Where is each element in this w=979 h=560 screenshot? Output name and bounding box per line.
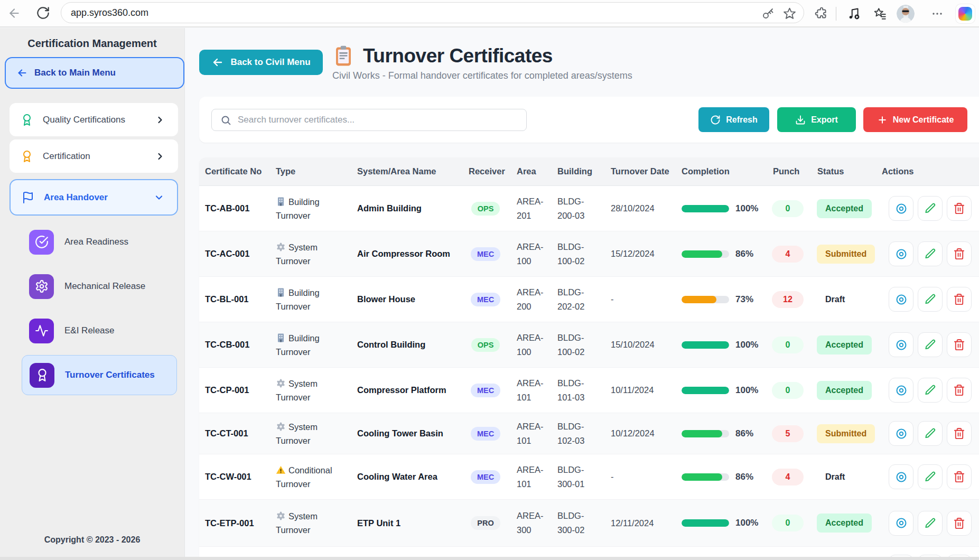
building-cell: BLDG-200-03 (557, 186, 606, 231)
progress-fill (682, 387, 729, 394)
view-button[interactable] (889, 332, 913, 357)
search-input[interactable] (238, 115, 526, 125)
chevron-right-icon (155, 115, 165, 125)
view-button[interactable] (889, 511, 913, 536)
column-actions: Actions (882, 157, 914, 185)
pencil-icon (924, 202, 936, 214)
status-cell: Accepted (817, 368, 891, 413)
sidebar-item-turnover-certificates[interactable]: Turnover Certificates (22, 355, 177, 395)
new-certificate-label: New Certificate (893, 115, 954, 125)
refresh-button[interactable]: Refresh (698, 107, 769, 132)
profile-avatar[interactable] (897, 5, 915, 23)
export-button[interactable]: Export (777, 107, 856, 132)
punch-count: 12 (772, 291, 804, 308)
url-text[interactable]: app.syros360.com (71, 7, 148, 18)
clipboard-icon (332, 45, 355, 67)
completion-percent: 73% (735, 294, 753, 305)
delete-button[interactable] (947, 196, 972, 221)
progress-fill (682, 341, 729, 349)
building-cell: BLDG-300-02 (557, 500, 606, 546)
view-button[interactable] (889, 287, 913, 312)
horizontal-scrollbar[interactable] (0, 557, 979, 560)
delete-button[interactable] (947, 378, 972, 403)
eye-icon (895, 202, 908, 215)
receiver-cell: PRO (470, 500, 501, 546)
export-label: Export (811, 115, 838, 125)
area-cell: AREA-100 (517, 322, 554, 367)
certificate-no: TC-AB-001 (205, 186, 274, 231)
view-button[interactable] (889, 241, 913, 266)
view-button[interactable] (889, 196, 913, 221)
eye-icon (895, 293, 908, 306)
progress-fill (682, 473, 722, 481)
edit-button[interactable] (918, 196, 943, 221)
receiver-badge: OPS (471, 338, 500, 352)
browser-reload-icon[interactable] (36, 6, 50, 20)
turnover-date: 15/12/2024 (611, 231, 678, 276)
area-cell: AREA-201 (517, 186, 554, 231)
delete-button[interactable] (947, 421, 972, 446)
building-cell: BLDG-100-02 (557, 322, 606, 367)
sidebar-title: Certification Management (0, 38, 184, 50)
completion-cell: 86% (682, 231, 774, 276)
copilot-icon[interactable] (955, 4, 975, 24)
address-bar[interactable]: app.syros360.com (61, 2, 804, 23)
favorites-list-icon[interactable] (873, 7, 887, 21)
edit-button[interactable] (918, 332, 943, 357)
pencil-icon (924, 427, 936, 440)
completion-percent: 100% (735, 340, 758, 350)
edit-button[interactable] (918, 287, 943, 312)
edit-button[interactable] (918, 378, 943, 403)
delete-button[interactable] (947, 511, 972, 536)
media-controls-icon[interactable] (847, 7, 861, 21)
edit-button[interactable] (918, 464, 943, 489)
sidebar: Certification Management Back to Main Me… (0, 28, 185, 560)
sidebar-item-label: Area Readiness (64, 237, 128, 247)
settings-more-icon[interactable] (931, 7, 944, 20)
sidebar-item-ei-release[interactable]: E&I Release (22, 311, 177, 351)
table-row: TC-CB-001Building TurnoverControl Buildi… (199, 322, 979, 368)
favorite-star-icon[interactable] (783, 7, 796, 20)
edit-button[interactable] (918, 511, 943, 536)
extensions-puzzle-icon[interactable] (815, 7, 828, 21)
edit-button[interactable] (918, 241, 943, 266)
type-cell: Building Turnover (276, 186, 352, 231)
view-button[interactable] (889, 421, 913, 446)
delete-button[interactable] (947, 464, 972, 489)
flag-icon (22, 191, 34, 204)
browser-back-icon[interactable] (7, 6, 21, 20)
table-row: TC-AC-001System TurnoverAir Compressor R… (199, 231, 979, 277)
progress-track (682, 519, 729, 527)
row-actions (889, 454, 972, 499)
sidebar-item-area-readiness[interactable]: Area Readiness (22, 222, 177, 262)
search-box (211, 109, 527, 131)
status-badge: Accepted (817, 381, 872, 400)
sidebar-item-area-handover[interactable]: Area Handover (10, 179, 178, 216)
delete-button[interactable] (947, 241, 972, 266)
view-button[interactable] (889, 464, 913, 489)
status-badge: Accepted (817, 335, 872, 354)
activity-icon (29, 319, 54, 343)
status-cell: Draft (817, 277, 891, 322)
building-cell: BLDG-101-03 (557, 368, 606, 413)
pencil-icon (924, 339, 936, 351)
sidebar-item-certification[interactable]: Certification (10, 139, 178, 173)
status-cell: Submitted (817, 231, 891, 276)
column-building: Building (557, 157, 606, 185)
sidebar-item-mechanical-release[interactable]: Mechanical Release (22, 266, 177, 306)
delete-button[interactable] (947, 332, 972, 357)
new-certificate-button[interactable]: New Certificate (863, 107, 967, 132)
delete-button[interactable] (947, 287, 972, 312)
column-certificate-no: Certificate No (205, 157, 274, 185)
password-key-icon[interactable] (762, 7, 775, 20)
sidebar-item-quality-certifications[interactable]: Quality Certifications (10, 103, 178, 136)
punch-cell: 4 (772, 231, 804, 276)
type-cell: System Turnover (276, 368, 352, 413)
back-to-main-menu-button[interactable]: Back to Main Menu (5, 57, 184, 89)
eye-icon (895, 427, 908, 440)
edit-button[interactable] (918, 421, 943, 446)
progress-track (682, 341, 729, 349)
pencil-icon (924, 384, 936, 396)
view-button[interactable] (889, 378, 913, 403)
back-to-civil-menu-button[interactable]: Back to Civil Menu (199, 50, 323, 75)
